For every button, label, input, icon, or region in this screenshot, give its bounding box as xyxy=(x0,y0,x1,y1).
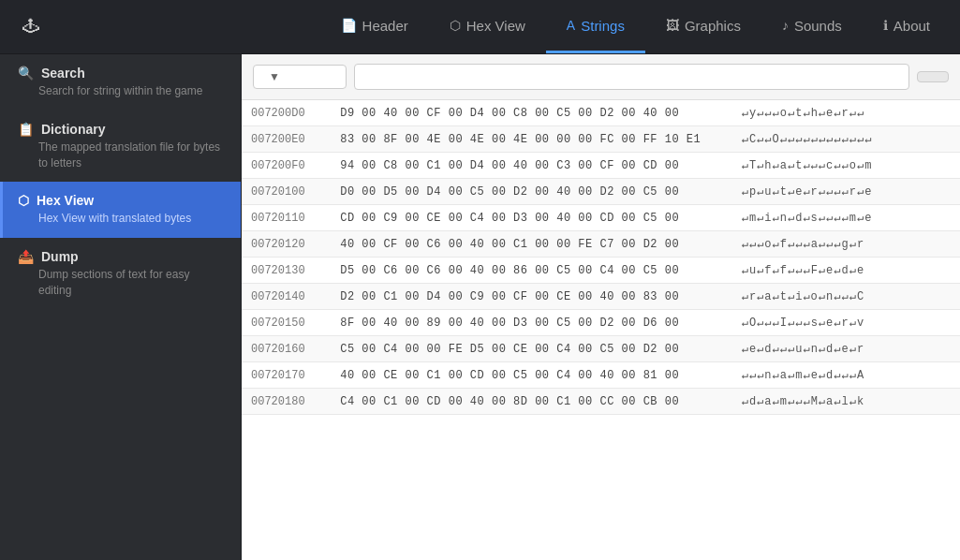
sidebar-item-header: 🔍 Search xyxy=(18,66,226,81)
nav-tab-hex-view[interactable]: ⬡Hex View xyxy=(429,0,546,53)
dictionary-sidebar-icon: 📋 xyxy=(18,122,34,137)
search-type-dropdown[interactable]: ▼ xyxy=(253,65,347,89)
dump-sidebar-icon: 📤 xyxy=(18,249,34,264)
hex-view-tab-icon: ⬡ xyxy=(450,18,461,33)
text-cell: ↵u↵f↵f↵↵↵F↵e↵d↵e xyxy=(732,258,960,284)
address-cell: 00720130 xyxy=(242,258,331,284)
sidebar-item-desc: The mapped translation file for bytes to… xyxy=(18,140,226,171)
table-row: 007200D0 D9 00 40 00 CF 00 D4 00 C8 00 C… xyxy=(242,100,960,126)
table-row: 00720140 D2 00 C1 00 D4 00 C9 00 CF 00 C… xyxy=(242,284,960,310)
nav-tab-graphics[interactable]: 🖼Graphics xyxy=(645,0,761,53)
sidebar: 🔍 Search Search for string within the ga… xyxy=(0,54,242,560)
nav-tab-sounds[interactable]: ♪Sounds xyxy=(761,0,863,53)
address-cell: 00720170 xyxy=(242,362,331,389)
text-cell: ↵O↵↵↵I↵↵↵s↵e↵r↵v xyxy=(732,310,960,336)
text-cell: ↵p↵u↵t↵e↵r↵↵↵↵r↵e xyxy=(732,179,960,205)
sidebar-item-dictionary[interactable]: 📋 Dictionary The mapped translation file… xyxy=(0,111,241,183)
hex-view-sidebar-icon: ⬡ xyxy=(18,193,29,208)
hex-cell: 40 00 CE 00 C1 00 CD 00 C5 00 C4 00 40 0… xyxy=(331,362,731,389)
sidebar-item-search[interactable]: 🔍 Search Search for string within the ga… xyxy=(0,54,241,111)
text-cell: ↵d↵a↵m↵↵↵M↵a↵l↵k xyxy=(732,389,960,415)
sidebar-item-hex-view[interactable]: ⬡ Hex View Hex View with translated byte… xyxy=(0,182,241,238)
hex-cell: 83 00 8F 00 4E 00 4E 00 4E 00 00 00 FC 0… xyxy=(331,126,731,153)
text-cell: ↵y↵↵↵o↵t↵h↵e↵r↵↵ xyxy=(732,100,960,126)
text-cell: ↵↵↵o↵f↵↵↵a↵↵↵g↵r xyxy=(732,231,960,258)
address-cell: 00720120 xyxy=(242,231,331,258)
table-row: 007200F0 94 00 C8 00 C1 00 D4 00 40 00 C… xyxy=(242,153,960,179)
table-row: 00720100 D0 00 D5 00 D4 00 C5 00 D2 00 4… xyxy=(242,179,960,205)
hex-cell: 40 00 CF 00 C6 00 40 00 C1 00 00 FE C7 0… xyxy=(331,231,731,258)
content-area: ▼ 007200D0 D9 00 40 00 CF 00 D4 00 C8 00… xyxy=(242,54,960,560)
sidebar-item-desc: Dump sections of text for easy editing xyxy=(18,267,226,299)
address-cell: 00720100 xyxy=(242,179,331,205)
table-row: 00720180 C4 00 C1 00 CD 00 40 00 8D 00 C… xyxy=(242,389,960,415)
sidebar-item-label: Dictionary xyxy=(41,122,105,137)
search-input[interactable] xyxy=(354,64,909,90)
nav-tab-label: Strings xyxy=(581,18,625,34)
text-cell: ↵↵↵n↵a↵m↵e↵d↵↵↵A xyxy=(732,362,960,389)
sidebar-item-header: 📋 Dictionary xyxy=(18,122,226,137)
hex-cell: C4 00 C1 00 CD 00 40 00 8D 00 C1 00 CC 0… xyxy=(331,389,731,415)
table-row: 00720120 40 00 CF 00 C6 00 40 00 C1 00 0… xyxy=(242,231,960,258)
nav-tab-strings[interactable]: AStrings xyxy=(546,0,645,53)
table-row: 00720170 40 00 CE 00 C1 00 CD 00 C5 00 C… xyxy=(242,362,960,389)
text-cell: ↵e↵d↵↵↵u↵n↵d↵e↵r xyxy=(732,336,960,362)
nav-tab-label: Sounds xyxy=(794,18,842,34)
text-cell: ↵T↵h↵a↵t↵↵↵c↵↵o↵m xyxy=(732,153,960,179)
sidebar-item-label: Dump xyxy=(41,249,79,264)
header-tab-icon: 📄 xyxy=(341,18,357,33)
nav-tab-label: About xyxy=(894,18,930,34)
hex-cell: D9 00 40 00 CF 00 D4 00 C8 00 C5 00 D2 0… xyxy=(331,100,731,126)
hex-cell: 94 00 C8 00 C1 00 D4 00 40 00 C3 00 CF 0… xyxy=(331,153,731,179)
sidebar-item-header: 📤 Dump xyxy=(18,249,226,264)
sidebar-item-desc: Search for string within the game xyxy=(18,83,226,99)
sidebar-item-label: Search xyxy=(41,66,85,81)
choose-button[interactable]: 🕹 xyxy=(9,17,60,37)
main-layout: 🔍 Search Search for string within the ga… xyxy=(0,54,960,560)
sounds-tab-icon: ♪ xyxy=(782,18,789,33)
joystick-icon: 🕹 xyxy=(22,17,39,37)
address-cell: 00720140 xyxy=(242,284,331,310)
sidebar-item-dump[interactable]: 📤 Dump Dump sections of text for easy ed… xyxy=(0,238,241,310)
hex-table: 007200D0 D9 00 40 00 CF 00 D4 00 C8 00 C… xyxy=(242,100,960,415)
about-tab-icon: ℹ xyxy=(883,18,888,33)
strings-tab-icon: A xyxy=(567,18,575,33)
text-cell: ↵C↵↵O↵↵↵↵↵↵↵↵↵↵↵↵ xyxy=(732,126,960,153)
text-cell: ↵m↵i↵n↵d↵s↵↵↵↵m↵e xyxy=(732,205,960,231)
top-nav: 🕹 📄Header⬡Hex ViewAStrings🖼Graphics♪Soun… xyxy=(0,0,960,54)
nav-tabs: 📄Header⬡Hex ViewAStrings🖼Graphics♪Sounds… xyxy=(320,0,951,53)
table-row: 00720130 D5 00 C6 00 C6 00 40 00 86 00 C… xyxy=(242,258,960,284)
address-cell: 00720160 xyxy=(242,336,331,362)
sidebar-item-desc: Hex View with translated bytes xyxy=(18,211,226,227)
address-cell: 00720180 xyxy=(242,389,331,415)
table-row: 00720160 C5 00 C4 00 00 FE D5 00 CE 00 C… xyxy=(242,336,960,362)
text-cell: ↵r↵a↵t↵i↵o↵n↵↵↵C xyxy=(732,284,960,310)
address-cell: 007200F0 xyxy=(242,153,331,179)
sidebar-item-header: ⬡ Hex View xyxy=(18,193,226,208)
address-cell: 00720110 xyxy=(242,205,331,231)
hex-cell: D0 00 D5 00 D4 00 C5 00 D2 00 40 00 D2 0… xyxy=(331,179,731,205)
hex-cell: D2 00 C1 00 D4 00 C9 00 CF 00 CE 00 40 0… xyxy=(331,284,731,310)
search-bar: ▼ xyxy=(242,54,960,100)
table-row: 007200E0 83 00 8F 00 4E 00 4E 00 4E 00 0… xyxy=(242,126,960,153)
table-row: 00720150 8F 00 40 00 89 00 40 00 D3 00 C… xyxy=(242,310,960,336)
hex-cell: 8F 00 40 00 89 00 40 00 D3 00 C5 00 D2 0… xyxy=(331,310,731,336)
address-cell: 00720150 xyxy=(242,310,331,336)
sidebar-item-label: Hex View xyxy=(37,193,94,208)
hex-table-container[interactable]: 007200D0 D9 00 40 00 CF 00 D4 00 C8 00 C… xyxy=(242,100,960,560)
nav-tab-about[interactable]: ℹAbout xyxy=(863,0,951,53)
address-cell: 007200E0 xyxy=(242,126,331,153)
hex-cell: D5 00 C6 00 C6 00 40 00 86 00 C5 00 C4 0… xyxy=(331,258,731,284)
search-button[interactable] xyxy=(917,71,949,82)
hex-cell: CD 00 C9 00 CE 00 C4 00 D3 00 40 00 CD 0… xyxy=(331,205,731,231)
nav-tab-label: Hex View xyxy=(466,18,525,34)
hex-cell: C5 00 C4 00 00 FE D5 00 CE 00 C4 00 C5 0… xyxy=(331,336,731,362)
nav-tab-header[interactable]: 📄Header xyxy=(320,0,429,53)
nav-tab-label: Graphics xyxy=(685,18,741,34)
graphics-tab-icon: 🖼 xyxy=(666,18,679,33)
address-cell: 007200D0 xyxy=(242,100,331,126)
search-sidebar-icon: 🔍 xyxy=(18,66,34,81)
chevron-down-icon: ▼ xyxy=(269,70,280,83)
nav-tab-label: Header xyxy=(362,18,408,34)
table-row: 00720110 CD 00 C9 00 CE 00 C4 00 D3 00 4… xyxy=(242,205,960,231)
